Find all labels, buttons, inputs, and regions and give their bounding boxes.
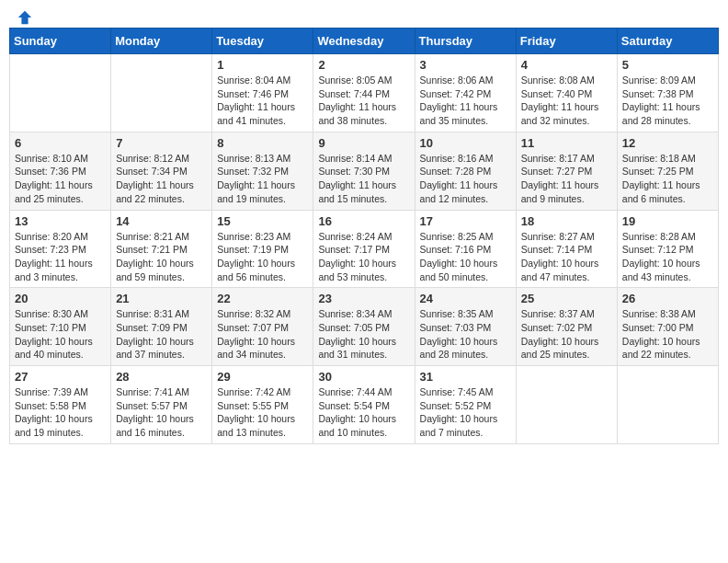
day-number: 2 bbox=[318, 58, 409, 72]
calendar-cell: 3Sunrise: 8:06 AM Sunset: 7:42 PM Daylig… bbox=[415, 54, 516, 132]
day-number: 1 bbox=[217, 58, 308, 72]
day-number: 7 bbox=[116, 136, 207, 150]
calendar-cell: 25Sunrise: 8:37 AM Sunset: 7:02 PM Dayli… bbox=[516, 288, 617, 366]
day-number: 5 bbox=[622, 58, 713, 72]
day-number: 21 bbox=[116, 292, 207, 305]
day-info: Sunrise: 8:34 AM Sunset: 7:05 PM Dayligh… bbox=[318, 307, 409, 362]
day-number: 24 bbox=[420, 292, 511, 305]
calendar-cell bbox=[516, 366, 617, 444]
calendar-table: SundayMondayTuesdayWednesdayThursdayFrid… bbox=[9, 28, 719, 444]
day-info: Sunrise: 8:28 AM Sunset: 7:12 PM Dayligh… bbox=[622, 230, 713, 284]
calendar-cell: 26Sunrise: 8:38 AM Sunset: 7:00 PM Dayli… bbox=[617, 288, 718, 366]
day-number: 10 bbox=[420, 136, 511, 150]
day-number: 31 bbox=[420, 370, 511, 384]
calendar-cell: 20Sunrise: 8:30 AM Sunset: 7:10 PM Dayli… bbox=[10, 288, 111, 366]
calendar-cell: 7Sunrise: 8:12 AM Sunset: 7:34 PM Daylig… bbox=[111, 132, 212, 210]
calendar-cell: 18Sunrise: 8:27 AM Sunset: 7:14 PM Dayli… bbox=[516, 210, 617, 288]
weekday-header-wednesday: Wednesday bbox=[313, 29, 415, 54]
calendar-cell: 30Sunrise: 7:44 AM Sunset: 5:54 PM Dayli… bbox=[313, 366, 415, 444]
day-number: 15 bbox=[217, 214, 308, 228]
weekday-header-sunday: Sunday bbox=[10, 29, 111, 54]
day-number: 22 bbox=[217, 292, 308, 305]
calendar-cell: 15Sunrise: 8:23 AM Sunset: 7:19 PM Dayli… bbox=[212, 210, 313, 288]
day-number: 13 bbox=[15, 214, 106, 228]
day-info: Sunrise: 8:20 AM Sunset: 7:23 PM Dayligh… bbox=[15, 230, 106, 284]
day-info: Sunrise: 7:41 AM Sunset: 5:57 PM Dayligh… bbox=[116, 385, 207, 440]
day-info: Sunrise: 8:32 AM Sunset: 7:07 PM Dayligh… bbox=[217, 307, 308, 362]
week-row-4: 20Sunrise: 8:30 AM Sunset: 7:10 PM Dayli… bbox=[10, 288, 719, 366]
calendar-cell: 21Sunrise: 8:31 AM Sunset: 7:09 PM Dayli… bbox=[111, 288, 212, 366]
day-info: Sunrise: 8:23 AM Sunset: 7:19 PM Dayligh… bbox=[217, 230, 308, 284]
day-info: Sunrise: 8:05 AM Sunset: 7:44 PM Dayligh… bbox=[318, 74, 409, 128]
calendar-cell bbox=[111, 54, 212, 132]
day-number: 6 bbox=[15, 136, 106, 150]
calendar-cell: 13Sunrise: 8:20 AM Sunset: 7:23 PM Dayli… bbox=[10, 210, 111, 288]
calendar-cell: 12Sunrise: 8:18 AM Sunset: 7:25 PM Dayli… bbox=[617, 132, 718, 210]
week-row-1: 1Sunrise: 8:04 AM Sunset: 7:46 PM Daylig… bbox=[10, 54, 719, 132]
day-info: Sunrise: 8:30 AM Sunset: 7:10 PM Dayligh… bbox=[15, 307, 106, 362]
calendar-cell: 17Sunrise: 8:25 AM Sunset: 7:16 PM Dayli… bbox=[415, 210, 516, 288]
calendar-cell: 5Sunrise: 8:09 AM Sunset: 7:38 PM Daylig… bbox=[617, 54, 718, 132]
day-number: 3 bbox=[420, 58, 511, 72]
day-info: Sunrise: 8:08 AM Sunset: 7:40 PM Dayligh… bbox=[521, 74, 612, 128]
day-info: Sunrise: 8:27 AM Sunset: 7:14 PM Dayligh… bbox=[521, 230, 612, 284]
page-header bbox=[9, 9, 719, 20]
day-info: Sunrise: 8:21 AM Sunset: 7:21 PM Dayligh… bbox=[116, 230, 207, 284]
day-number: 9 bbox=[318, 136, 409, 150]
calendar-cell: 29Sunrise: 7:42 AM Sunset: 5:55 PM Dayli… bbox=[212, 366, 313, 444]
calendar-cell: 16Sunrise: 8:24 AM Sunset: 7:17 PM Dayli… bbox=[313, 210, 415, 288]
day-number: 11 bbox=[521, 136, 612, 150]
day-info: Sunrise: 8:10 AM Sunset: 7:36 PM Dayligh… bbox=[15, 152, 106, 206]
logo bbox=[13, 9, 33, 20]
day-number: 19 bbox=[622, 214, 713, 228]
calendar-cell: 6Sunrise: 8:10 AM Sunset: 7:36 PM Daylig… bbox=[10, 132, 111, 210]
weekday-header-saturday: Saturday bbox=[617, 29, 718, 54]
day-info: Sunrise: 7:39 AM Sunset: 5:58 PM Dayligh… bbox=[15, 385, 106, 440]
calendar-cell: 31Sunrise: 7:45 AM Sunset: 5:52 PM Dayli… bbox=[415, 366, 516, 444]
week-row-2: 6Sunrise: 8:10 AM Sunset: 7:36 PM Daylig… bbox=[10, 132, 719, 210]
calendar-cell: 10Sunrise: 8:16 AM Sunset: 7:28 PM Dayli… bbox=[415, 132, 516, 210]
weekday-header-tuesday: Tuesday bbox=[212, 29, 313, 54]
calendar-cell bbox=[10, 54, 111, 132]
day-info: Sunrise: 8:37 AM Sunset: 7:02 PM Dayligh… bbox=[521, 307, 612, 362]
day-info: Sunrise: 7:42 AM Sunset: 5:55 PM Dayligh… bbox=[217, 385, 308, 440]
calendar-cell bbox=[617, 366, 718, 444]
day-number: 29 bbox=[217, 370, 308, 384]
day-info: Sunrise: 8:35 AM Sunset: 7:03 PM Dayligh… bbox=[420, 307, 511, 362]
day-info: Sunrise: 8:17 AM Sunset: 7:27 PM Dayligh… bbox=[521, 152, 612, 206]
svg-marker-0 bbox=[18, 11, 31, 24]
day-info: Sunrise: 7:44 AM Sunset: 5:54 PM Dayligh… bbox=[318, 385, 409, 440]
day-info: Sunrise: 8:18 AM Sunset: 7:25 PM Dayligh… bbox=[622, 152, 713, 206]
weekday-header-friday: Friday bbox=[516, 29, 617, 54]
day-info: Sunrise: 7:45 AM Sunset: 5:52 PM Dayligh… bbox=[420, 385, 511, 440]
day-number: 27 bbox=[15, 370, 106, 384]
day-info: Sunrise: 8:31 AM Sunset: 7:09 PM Dayligh… bbox=[116, 307, 207, 362]
calendar-cell: 1Sunrise: 8:04 AM Sunset: 7:46 PM Daylig… bbox=[212, 54, 313, 132]
day-info: Sunrise: 8:09 AM Sunset: 7:38 PM Dayligh… bbox=[622, 74, 713, 128]
week-row-3: 13Sunrise: 8:20 AM Sunset: 7:23 PM Dayli… bbox=[10, 210, 719, 288]
calendar-cell: 14Sunrise: 8:21 AM Sunset: 7:21 PM Dayli… bbox=[111, 210, 212, 288]
calendar-cell: 11Sunrise: 8:17 AM Sunset: 7:27 PM Dayli… bbox=[516, 132, 617, 210]
calendar-cell: 27Sunrise: 7:39 AM Sunset: 5:58 PM Dayli… bbox=[10, 366, 111, 444]
day-info: Sunrise: 8:16 AM Sunset: 7:28 PM Dayligh… bbox=[420, 152, 511, 206]
logo-icon bbox=[17, 9, 33, 26]
calendar-cell: 2Sunrise: 8:05 AM Sunset: 7:44 PM Daylig… bbox=[313, 54, 415, 132]
day-number: 8 bbox=[217, 136, 308, 150]
day-number: 18 bbox=[521, 214, 612, 228]
day-number: 23 bbox=[318, 292, 409, 305]
calendar-cell: 8Sunrise: 8:13 AM Sunset: 7:32 PM Daylig… bbox=[212, 132, 313, 210]
day-number: 14 bbox=[116, 214, 207, 228]
day-info: Sunrise: 8:13 AM Sunset: 7:32 PM Dayligh… bbox=[217, 152, 308, 206]
calendar-cell: 9Sunrise: 8:14 AM Sunset: 7:30 PM Daylig… bbox=[313, 132, 415, 210]
day-number: 17 bbox=[420, 214, 511, 228]
day-number: 30 bbox=[318, 370, 409, 384]
weekday-header-row: SundayMondayTuesdayWednesdayThursdayFrid… bbox=[10, 29, 719, 54]
day-number: 12 bbox=[622, 136, 713, 150]
day-info: Sunrise: 8:14 AM Sunset: 7:30 PM Dayligh… bbox=[318, 152, 409, 206]
calendar-cell: 24Sunrise: 8:35 AM Sunset: 7:03 PM Dayli… bbox=[415, 288, 516, 366]
day-info: Sunrise: 8:12 AM Sunset: 7:34 PM Dayligh… bbox=[116, 152, 207, 206]
day-number: 4 bbox=[521, 58, 612, 72]
week-row-5: 27Sunrise: 7:39 AM Sunset: 5:58 PM Dayli… bbox=[10, 366, 719, 444]
day-number: 25 bbox=[521, 292, 612, 305]
day-info: Sunrise: 8:06 AM Sunset: 7:42 PM Dayligh… bbox=[420, 74, 511, 128]
